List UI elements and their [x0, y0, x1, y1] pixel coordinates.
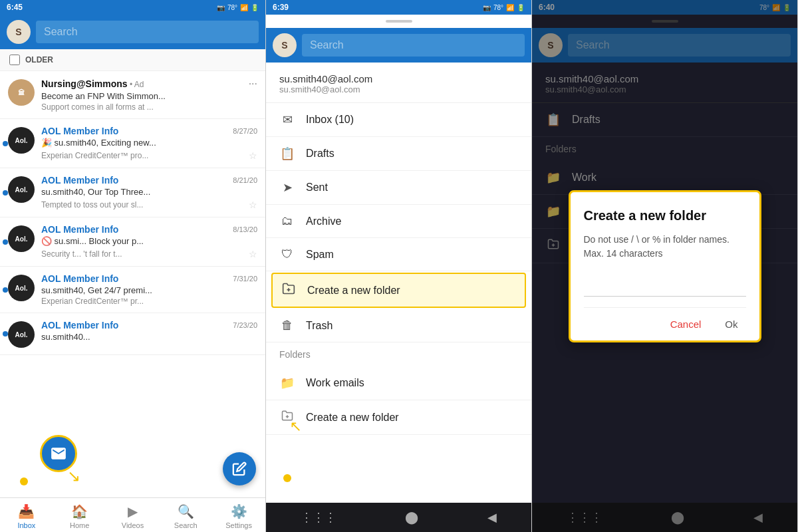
email-content: Nursing@Simmons ··· Become an FNP With S… [41, 78, 257, 112]
email-preview: Support comes in all forms at ... [41, 102, 257, 112]
folder-label: Drafts [306, 148, 518, 160]
avatar: Aol. [8, 275, 35, 301]
compose-highlight: ↘ [40, 435, 77, 472]
folder-item-drafts[interactable]: 📋 Drafts [266, 137, 531, 171]
time-2: 6:39 [273, 3, 289, 12]
table-row[interactable]: Aol. AOL Member Info 8/27/20 🎉 su.smith4… [0, 119, 265, 168]
select-all-checkbox[interactable] [9, 55, 20, 65]
photo-icon-2: 📷 [483, 4, 491, 11]
table-row[interactable]: Aol. AOL Member Info 8/13/20 🚫 su.smi...… [0, 217, 265, 267]
table-row[interactable]: 🏛 Nursing@Simmons ··· Become an FNP With… [0, 71, 265, 119]
folder-dialog-panel: 6:40 78° 📶 🔋 S su.smith40@aol.com su.smi… [532, 0, 798, 532]
avatar: Aol. [8, 321, 35, 348]
folder-item-create-new[interactable]: Create a new folder [266, 400, 531, 435]
table-row[interactable]: Aol. AOL Member Info 7/23/20 su.smith40.… [0, 313, 265, 355]
inbox-icon: ✉ [279, 112, 295, 127]
email-content: AOL Member Info 7/23/20 su.smith40... [41, 320, 257, 343]
android-back-icon[interactable]: ◀ [487, 510, 497, 525]
status-icons-2: 📷 78° 📶 🔋 [483, 4, 525, 11]
temp-2: 78° [493, 4, 503, 11]
folder-label: Trash [306, 320, 518, 332]
star-icon[interactable]: ☆ [249, 200, 257, 210]
wifi-icon: 📶 [240, 4, 248, 11]
work-emails-label: Work emails [306, 377, 518, 389]
older-label: OLDER [25, 55, 53, 65]
email-list: 🏛 Nursing@Simmons ··· Become an FNP With… [0, 71, 265, 497]
dialog-buttons: Cancel Ok [584, 307, 746, 340]
search-input-1[interactable] [36, 21, 259, 43]
email-preview: Security t... 't fall for t... [41, 249, 122, 259]
folder-item-work-emails[interactable]: 📁 Work emails [266, 366, 531, 400]
temp-1: 78° [227, 4, 237, 11]
new-folder-icon [281, 282, 297, 299]
create-folder-label: Create a new folder [307, 285, 517, 297]
android-menu-icon[interactable]: ⋮⋮⋮ [301, 510, 336, 525]
folder-label: Inbox (10) [306, 114, 518, 126]
nav-videos[interactable]: ▶ Videos [106, 503, 160, 529]
folder-item-sent[interactable]: ➤ Sent [266, 171, 531, 205]
folder-name-input[interactable] [584, 274, 746, 297]
drafts-icon: 📋 [279, 146, 295, 161]
folder-label: Archive [306, 215, 518, 227]
search-input-2[interactable] [302, 34, 525, 57]
photo-icon: 📷 [217, 4, 225, 11]
star-icon[interactable]: ☆ [249, 150, 257, 161]
email-subject: su.smith40, Get 24/7 premi... [41, 285, 257, 295]
account-email-primary-2: su.smith40@aol.com [279, 73, 518, 84]
unread-dot [3, 239, 8, 245]
inbox-panel: 6:45 📷 78° 📶 🔋 S OLDER 🏛 Nursing@Simmons… [0, 0, 266, 532]
email-more-icon[interactable]: ··· [249, 78, 257, 90]
nav-settings-label: Settings [225, 521, 252, 529]
nav-home[interactable]: 🏠 Home [53, 503, 106, 529]
email-sender: AOL Member Info [41, 273, 118, 284]
table-row[interactable]: Aol. AOL Member Info 7/31/20 su.smith40,… [0, 267, 265, 313]
create-folder-label-2: Create a new folder [306, 412, 518, 424]
nav-inbox-label: Inbox [17, 521, 35, 529]
email-sender: AOL Member Info [41, 126, 118, 136]
email-sender: AOL Member Info [41, 224, 118, 235]
avatar-2[interactable]: S [273, 33, 297, 57]
email-preview: Experian CreditCenter™ pro... [41, 151, 148, 160]
avatar-1[interactable]: S [7, 20, 31, 44]
sent-icon: ➤ [279, 180, 295, 195]
nav-videos-label: Videos [122, 521, 144, 529]
compose-button[interactable] [223, 452, 256, 485]
create-folder-dialog: Create a new folder Do not use / \ or % … [569, 190, 761, 342]
ok-button[interactable]: Ok [720, 316, 743, 332]
email-preview: Experian CreditCenter™ pr... [41, 297, 257, 306]
folder-item-spam[interactable]: 🛡 Spam [266, 238, 531, 271]
email-content: AOL Member Info 8/27/20 🎉 su.smith40, Ex… [41, 126, 257, 161]
nav-settings[interactable]: ⚙️ Settings [212, 503, 265, 529]
create-folder-button[interactable]: Create a new folder [271, 273, 526, 308]
nav-home-label: Home [70, 521, 89, 529]
android-nav-2: ⋮⋮⋮ ⬤ ◀ [266, 503, 531, 532]
trash-icon: 🗑 [279, 319, 295, 332]
yellow-indicator-dot [20, 477, 28, 485]
email-subject: su.smith40... [41, 332, 257, 342]
account-email-secondary-2: su.smith40@aol.com [279, 84, 518, 94]
star-icon[interactable]: ☆ [249, 249, 257, 259]
folder-item-inbox[interactable]: ✉ Inbox (10) [266, 103, 531, 137]
email-preview: Tempted to toss out your sl... [41, 200, 143, 209]
folder-item-trash[interactable]: 🗑 Trash [266, 309, 531, 342]
time-1: 6:45 [7, 3, 23, 12]
folders-section-header: Folders [266, 342, 531, 366]
folder-item-archive[interactable]: 🗂 Archive [266, 205, 531, 238]
folder-icon: 📁 [279, 376, 295, 390]
avatar: Aol. [8, 176, 35, 203]
cancel-button[interactable]: Cancel [665, 316, 707, 332]
email-subject: 🎉 su.smith40, Exciting new... [41, 138, 257, 148]
android-home-icon[interactable]: ⬤ [405, 510, 418, 525]
spam-icon: 🛡 [279, 247, 295, 261]
email-date: 8/13/20 [233, 225, 257, 233]
unread-dot [3, 287, 8, 293]
email-date: 8/21/20 [233, 176, 257, 184]
table-row[interactable]: Aol. AOL Member Info 8/21/20 su.smith40,… [0, 168, 265, 217]
status-icons-1: 📷 78° 📶 🔋 [217, 4, 259, 11]
bottom-nav-1: 📥 Inbox 🏠 Home ▶ Videos 🔍 Search ⚙️ Sett… [0, 497, 265, 532]
email-subject: su.smith40, Our Top Three... [41, 187, 257, 197]
email-content: AOL Member Info 7/31/20 su.smith40, Get … [41, 273, 257, 306]
folder-menu-panel: 6:39 📷 78° 📶 🔋 S su.smith40@aol.com su.s… [266, 0, 532, 532]
nav-inbox[interactable]: 📥 Inbox [0, 503, 53, 529]
nav-search[interactable]: 🔍 Search [159, 503, 212, 529]
